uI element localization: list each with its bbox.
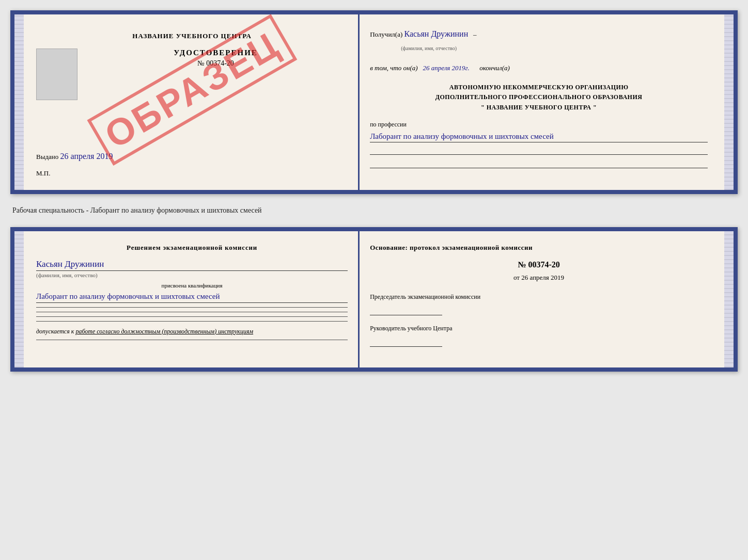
spine-decoration-left-2 bbox=[14, 231, 24, 367]
chairman-label: Председатель экзаменационной комиссии bbox=[370, 292, 708, 302]
date-value-2: 26 апреля 2019 bbox=[521, 274, 564, 281]
org-line3: " НАЗВАНИЕ УЧЕБНОГО ЦЕНТРА " bbox=[370, 103, 708, 113]
name-line: Касьян Дружинин bbox=[36, 259, 348, 271]
finished-label: окончил(а) bbox=[479, 64, 510, 72]
org-block: АВТОНОМНУЮ НЕКОММЕРЧЕСКУЮ ОРГАНИЗАЦИЮ ДО… bbox=[370, 83, 708, 113]
school-title-top: НАЗВАНИЕ УЧЕБНОГО ЦЕНТРА bbox=[36, 32, 348, 40]
separator4 bbox=[36, 321, 348, 322]
director-sig bbox=[370, 335, 442, 347]
allowed-prefix: допускается к bbox=[36, 328, 74, 335]
separator2 bbox=[36, 312, 348, 312]
issued-label: Выдано bbox=[36, 153, 58, 161]
chairman-sig bbox=[370, 304, 442, 315]
protocol-number: № 00374-20 bbox=[370, 260, 708, 269]
spine-decoration-right-2 bbox=[724, 231, 734, 367]
date-line: в том, что он(а) 26 апреля 2019г. окончи… bbox=[370, 64, 708, 72]
allowed-text-value: работе согласно должностным (производств… bbox=[75, 328, 253, 335]
booklet2-right: Основание: протокол экзаменационной коми… bbox=[360, 231, 734, 367]
spine-decoration-right bbox=[724, 14, 734, 190]
org-line2: ДОПОЛНИТЕЛЬНОГО ПРОФЕССИОНАЛЬНОГО ОБРАЗО… bbox=[370, 92, 708, 102]
cert-label: УДОСТОВЕРЕНИЕ bbox=[36, 49, 348, 57]
separator3 bbox=[36, 316, 348, 317]
booklet2-left: Решением экзаменационной комиссии Касьян… bbox=[14, 231, 360, 367]
issued-date: 26 апреля 2019 bbox=[60, 152, 113, 161]
profession-prefix: по профессии bbox=[370, 121, 708, 129]
profession-text: Лаборант по анализу формовочных и шихтов… bbox=[370, 131, 708, 143]
underline1 bbox=[370, 145, 708, 155]
received-line: Получил(а) Касьян Дружинин – (фамилия, и… bbox=[370, 27, 708, 54]
date-prefix: в том, что он(а) bbox=[370, 64, 418, 72]
director-label: Руководитель учебного Центра bbox=[370, 324, 708, 333]
director-block: Руководитель учебного Центра bbox=[370, 324, 708, 347]
qualification-text: Лаборант по анализу формовочных и шихтов… bbox=[36, 291, 348, 303]
mp-line: М.П. bbox=[36, 169, 348, 178]
name-handwritten: Касьян Дружинин bbox=[36, 259, 104, 269]
spine-decoration-left bbox=[14, 14, 24, 190]
decision-title: Решением экзаменационной комиссии bbox=[36, 244, 348, 252]
assigned-label: присвоена квалификация bbox=[36, 282, 348, 289]
booklet1-right: Получил(а) Касьян Дружинин – (фамилия, и… bbox=[360, 14, 734, 190]
issued-line: Выдано 26 апреля 2019 bbox=[36, 152, 348, 161]
org-line1: АВТОНОМНУЮ НЕКОММЕРЧЕСКУЮ ОРГАНИЗАЦИЮ bbox=[370, 83, 708, 92]
booklet1-left: НАЗВАНИЕ УЧЕБНОГО ЦЕНТРА УДОСТОВЕРЕНИЕ №… bbox=[14, 14, 360, 190]
received-label: Получил(а) bbox=[370, 30, 402, 38]
page-wrapper: НАЗВАНИЕ УЧЕБНОГО ЦЕНТРА УДОСТОВЕРЕНИЕ №… bbox=[10, 10, 738, 372]
allowed-text: допускается к работе согласно должностны… bbox=[36, 328, 348, 335]
separator1 bbox=[36, 307, 348, 308]
basis-label: Основание: протокол экзаменационной коми… bbox=[370, 244, 708, 252]
date-value: 26 апреля 2019г. bbox=[423, 64, 469, 72]
specialty-line: Рабочая специальность - Лаборант по анал… bbox=[10, 202, 738, 219]
protocol-date: от 26 апреля 2019 bbox=[370, 274, 708, 282]
booklet-1: НАЗВАНИЕ УЧЕБНОГО ЦЕНТРА УДОСТОВЕРЕНИЕ №… bbox=[10, 10, 738, 194]
booklet-2: Решением экзаменационной комиссии Касьян… bbox=[10, 227, 738, 372]
underline2 bbox=[370, 158, 708, 168]
chairman-block: Председатель экзаменационной комиссии bbox=[370, 292, 708, 315]
fio-small-2: (фамилия, имя, отчество) bbox=[36, 272, 348, 278]
separator5 bbox=[36, 340, 348, 340]
photo-placeholder bbox=[36, 49, 77, 100]
fio-small: (фамилия, имя, отчество) bbox=[401, 45, 457, 51]
cert-number: № 00374-20 bbox=[36, 59, 348, 68]
received-name: Касьян Дружинин bbox=[404, 29, 469, 38]
date-prefix-2: от bbox=[513, 274, 520, 281]
